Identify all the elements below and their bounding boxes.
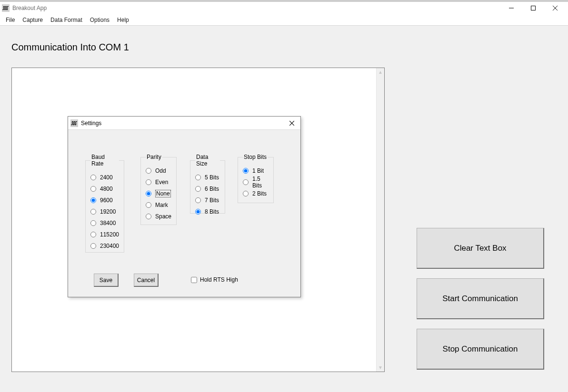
clear-textbox-label: Clear Text Box — [454, 244, 506, 253]
group-stop-bits: Stop Bits 1 Bit 1.5 Bits 2 Bits — [238, 154, 274, 203]
window-title: Breakout App — [12, 5, 47, 11]
radio-data-7[interactable]: 7 Bits — [195, 195, 220, 206]
radio-data-5[interactable]: 5 Bits — [195, 172, 220, 183]
settings-dialog: Settings Baud Rate 2400 4800 9600 19200 … — [68, 116, 301, 297]
radio-parity-even[interactable]: Even — [146, 176, 171, 188]
scroll-up-icon[interactable]: ▲ — [377, 68, 384, 76]
settings-close-button[interactable] — [286, 117, 298, 129]
menu-help[interactable]: Help — [113, 14, 133, 25]
stop-communication-label: Stop Communication — [443, 344, 518, 354]
menu-capture[interactable]: Capture — [19, 14, 47, 25]
radio-data-6[interactable]: 6 Bits — [195, 183, 220, 195]
start-communication-button[interactable]: Start Communication — [417, 278, 544, 319]
group-data-size-legend: Data Size — [195, 154, 220, 167]
settings-save-button[interactable]: Save — [94, 274, 119, 287]
radio-baud-230400[interactable]: 230400 — [90, 240, 119, 252]
page-title: Communication Into COM 1 — [11, 42, 557, 53]
radio-baud-38400[interactable]: 38400 — [90, 217, 119, 229]
radio-data-8[interactable]: 8 Bits — [195, 206, 220, 217]
radio-baud-19200[interactable]: 19200 — [90, 206, 119, 217]
start-communication-label: Start Communication — [442, 294, 518, 304]
radio-parity-odd[interactable]: Odd — [146, 165, 171, 176]
radio-stop-1[interactable]: 1 Bit — [243, 165, 269, 176]
radio-stop-2[interactable]: 2 Bits — [243, 188, 269, 199]
clear-textbox-button[interactable]: Clear Text Box — [417, 228, 544, 269]
scroll-down-icon[interactable]: ▼ — [377, 363, 384, 372]
minimize-button[interactable] — [500, 2, 522, 14]
hold-rts-checkbox[interactable]: Hold RTS High — [191, 276, 238, 283]
menu-bar: File Capture Data Format Options Help — [0, 14, 568, 26]
group-baud-rate-legend: Baud Rate — [90, 154, 119, 167]
hold-rts-label: Hold RTS High — [200, 276, 238, 283]
radio-baud-9600[interactable]: 9600 — [90, 195, 119, 206]
settings-app-icon — [70, 119, 78, 127]
group-stop-bits-legend: Stop Bits — [243, 154, 268, 160]
menu-options[interactable]: Options — [86, 14, 113, 25]
app-icon — [2, 4, 10, 12]
window-titlebar: Breakout App — [0, 0, 568, 14]
radio-baud-115200[interactable]: 115200 — [90, 229, 119, 240]
window-controls — [500, 2, 566, 14]
stop-communication-button[interactable]: Stop Communication — [417, 329, 544, 370]
radio-stop-1-5[interactable]: 1.5 Bits — [243, 176, 269, 188]
side-buttons: Clear Text Box Start Communication Stop … — [417, 228, 544, 370]
group-data-size: Data Size 5 Bits 6 Bits 7 Bits 8 Bits — [190, 154, 225, 214]
settings-title: Settings — [81, 120, 101, 127]
group-parity-legend: Parity — [146, 154, 162, 160]
settings-cancel-button[interactable]: Cancel — [134, 274, 159, 287]
settings-cancel-label: Cancel — [137, 277, 155, 284]
vertical-scrollbar[interactable]: ▲ ▼ — [376, 68, 384, 372]
menu-data-format[interactable]: Data Format — [47, 14, 86, 25]
settings-save-label: Save — [100, 277, 112, 284]
menu-file[interactable]: File — [2, 14, 19, 25]
svg-rect-0 — [531, 6, 536, 10]
radio-baud-4800[interactable]: 4800 — [90, 183, 119, 195]
radio-parity-none[interactable]: None — [146, 188, 171, 199]
radio-baud-2400[interactable]: 2400 — [90, 172, 119, 183]
maximize-button[interactable] — [522, 2, 544, 14]
radio-parity-space[interactable]: Space — [146, 211, 171, 222]
group-parity: Parity Odd Even None Mark Space — [140, 154, 177, 225]
close-button[interactable] — [544, 2, 566, 14]
radio-parity-mark[interactable]: Mark — [146, 199, 171, 211]
settings-titlebar: Settings — [68, 117, 300, 130]
group-baud-rate: Baud Rate 2400 4800 9600 19200 38400 115… — [85, 154, 124, 253]
